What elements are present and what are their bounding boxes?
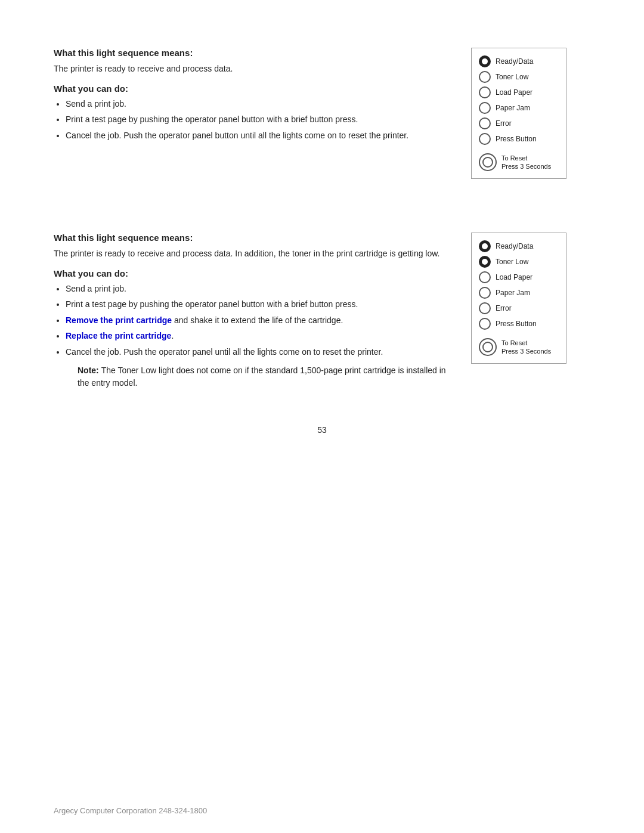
indicator-row-paper-jam-2: Paper Jam — [479, 287, 558, 299]
page: What this light sequence means: The prin… — [0, 0, 644, 833]
list-item: Send a print job. — [66, 282, 453, 295]
section-1-diagram: Ready/Data Toner Low Load Paper Paper Ja… — [471, 48, 590, 179]
indicator-row-press-button: Press Button — [479, 133, 558, 145]
indicator-row-paper-jam: Paper Jam — [479, 102, 558, 114]
remove-cartridge-link: Remove the print cartridge — [66, 315, 172, 325]
note-label: Note: — [78, 366, 101, 375]
light-ready-data-2 — [479, 240, 491, 252]
light-press-button — [479, 133, 491, 145]
section-2: What this light sequence means: The prin… — [54, 233, 590, 389]
light-load-paper-2 — [479, 271, 491, 283]
section-1: What this light sequence means: The prin… — [54, 48, 590, 179]
label-paper-jam: Paper Jam — [496, 104, 530, 112]
list-item: Print a test page by pushing the operato… — [66, 298, 453, 311]
light-paper-jam-2 — [479, 287, 491, 299]
light-paper-jam — [479, 102, 491, 114]
section-2-bullet-list: Send a print job. Print a test page by p… — [66, 282, 453, 358]
light-toner-low — [479, 71, 491, 83]
label-load-paper-2: Load Paper — [496, 273, 532, 281]
indicator-row-ready-data-2: Ready/Data — [479, 240, 558, 252]
label-toner-low: Toner Low — [496, 73, 528, 81]
section-2-heading: What this light sequence means: — [54, 233, 453, 243]
light-ready-data — [479, 55, 491, 67]
list-item: Print a test page by pushing the operato… — [66, 113, 453, 126]
indicator-row-ready-data: Ready/Data — [479, 55, 558, 67]
light-load-paper — [479, 86, 491, 98]
reset-row-1: To ResetPress 3 Seconds — [479, 153, 558, 171]
note-block: Note: The Toner Low light does not come … — [78, 364, 453, 389]
reset-label-1: To ResetPress 3 Seconds — [501, 154, 551, 171]
indicator-row-error-2: Error — [479, 302, 558, 314]
note-text: The Toner Low light does not come on if … — [78, 366, 446, 388]
label-ready-data-2: Ready/Data — [496, 242, 533, 250]
section-1-what-you-can-do: What you can do: — [54, 83, 453, 94]
indicator-panel-2: Ready/Data Toner Low Load Paper Paper Ja… — [471, 233, 566, 364]
indicator-panel-1: Ready/Data Toner Low Load Paper Paper Ja… — [471, 48, 566, 179]
section-2-text: What this light sequence means: The prin… — [54, 233, 453, 389]
list-item: Send a print job. — [66, 97, 453, 110]
indicator-row-load-paper: Load Paper — [479, 86, 558, 98]
label-ready-data: Ready/Data — [496, 57, 533, 66]
section-2-what-you-can-do: What you can do: — [54, 268, 453, 278]
light-press-button-2 — [479, 318, 491, 330]
label-error-2: Error — [496, 304, 512, 312]
section-1-text: What this light sequence means: The prin… — [54, 48, 453, 145]
label-load-paper: Load Paper — [496, 88, 532, 97]
indicator-row-press-button-2: Press Button — [479, 318, 558, 330]
label-error: Error — [496, 119, 512, 128]
label-press-button-2: Press Button — [496, 320, 537, 328]
replace-cartridge-link: Replace the print cartridge — [66, 331, 171, 340]
list-item: Remove the print cartridge and shake it … — [66, 314, 453, 327]
label-toner-low-2: Toner Low — [496, 258, 528, 266]
remove-cartridge-rest: and shake it to extend the life of the c… — [172, 315, 343, 325]
label-paper-jam-2: Paper Jam — [496, 289, 530, 297]
footer: Argecy Computer Corporation 248-324-1800 — [54, 806, 207, 815]
label-press-button: Press Button — [496, 135, 537, 143]
reset-circle-1 — [479, 153, 497, 171]
indicator-row-load-paper-2: Load Paper — [479, 271, 558, 283]
reset-circle-2 — [479, 338, 497, 356]
list-item: Replace the print cartridge. — [66, 329, 453, 342]
section-1-bullet-list: Send a print job. Print a test page by p… — [66, 97, 453, 142]
light-error-2 — [479, 302, 491, 314]
light-toner-low-2 — [479, 256, 491, 268]
reset-label-2: To ResetPress 3 Seconds — [501, 339, 551, 356]
indicator-row-toner-low: Toner Low — [479, 71, 558, 83]
indicator-row-error: Error — [479, 117, 558, 129]
section-1-description: The printer is ready to receive and proc… — [54, 63, 453, 75]
section-1-heading: What this light sequence means: — [54, 48, 453, 58]
reset-row-2: To ResetPress 3 Seconds — [479, 338, 558, 356]
indicator-row-toner-low-2: Toner Low — [479, 256, 558, 268]
light-error — [479, 117, 491, 129]
replace-cartridge-period: . — [171, 331, 174, 340]
list-item: Cancel the job. Push the operator panel … — [66, 345, 453, 358]
page-number: 53 — [54, 425, 590, 435]
list-item: Cancel the job. Push the operator panel … — [66, 129, 453, 142]
section-2-diagram: Ready/Data Toner Low Load Paper Paper Ja… — [471, 233, 590, 364]
section-2-description: The printer is ready to receive and proc… — [54, 247, 453, 260]
